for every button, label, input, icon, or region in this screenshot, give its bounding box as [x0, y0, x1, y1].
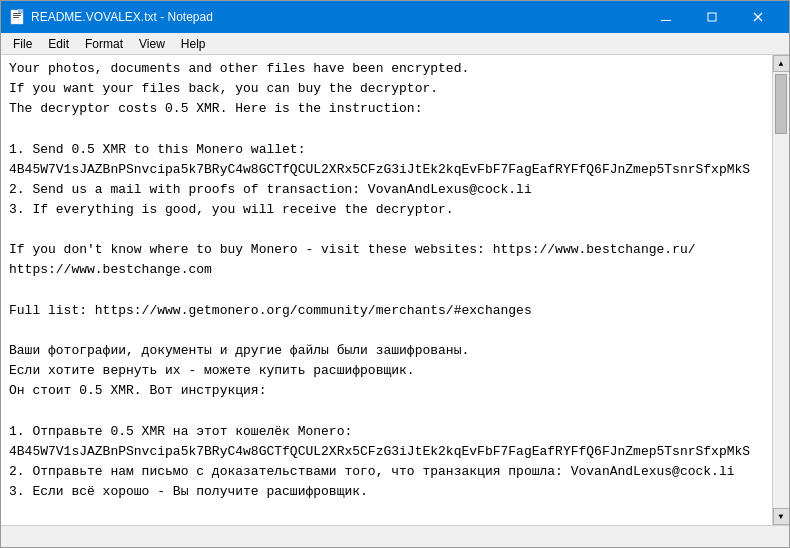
notepad-window: README.VOVALEX.txt - Notepad File Edit F…	[0, 0, 790, 548]
window-title: README.VOVALEX.txt - Notepad	[31, 10, 643, 24]
menu-view[interactable]: View	[131, 35, 173, 53]
svg-rect-4	[18, 9, 23, 13]
svg-rect-1	[13, 13, 21, 14]
menu-edit[interactable]: Edit	[40, 35, 77, 53]
maximize-button[interactable]	[689, 1, 735, 33]
notepad-icon	[9, 9, 25, 25]
text-content[interactable]: Your photos, documents and other files h…	[1, 55, 772, 525]
scrollbar-vertical[interactable]: ▲ ▼	[772, 55, 789, 525]
svg-rect-6	[708, 13, 716, 21]
svg-rect-5	[661, 20, 671, 21]
menu-file[interactable]: File	[5, 35, 40, 53]
scroll-thumb[interactable]	[775, 74, 787, 134]
scroll-down-arrow[interactable]: ▼	[773, 508, 790, 525]
menu-format[interactable]: Format	[77, 35, 131, 53]
svg-rect-2	[13, 15, 21, 16]
svg-rect-3	[13, 17, 19, 18]
content-area: Your photos, documents and other files h…	[1, 55, 789, 525]
menu-help[interactable]: Help	[173, 35, 214, 53]
close-button[interactable]	[735, 1, 781, 33]
scroll-up-arrow[interactable]: ▲	[773, 55, 790, 72]
status-bar	[1, 525, 789, 547]
scroll-track[interactable]	[773, 72, 789, 508]
window-controls	[643, 1, 781, 33]
title-bar: README.VOVALEX.txt - Notepad	[1, 1, 789, 33]
menu-bar: File Edit Format View Help	[1, 33, 789, 55]
minimize-button[interactable]	[643, 1, 689, 33]
